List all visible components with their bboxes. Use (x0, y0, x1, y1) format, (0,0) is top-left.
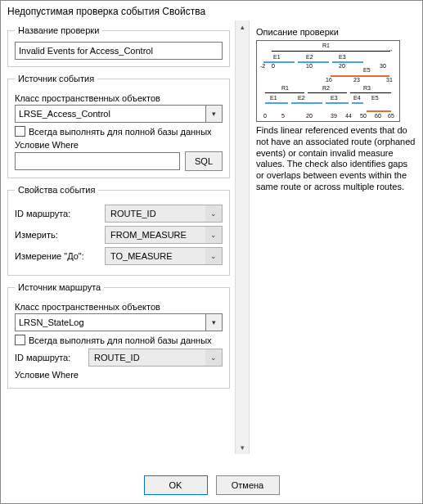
event-fc-combo[interactable]: LRSE_Access_Control ▾ (15, 105, 223, 123)
event-where-input[interactable] (15, 152, 180, 170)
routeid-label: ID маршрута: (15, 209, 105, 218)
cancel-button[interactable]: Отмена (216, 475, 280, 495)
measure-combo[interactable]: FROM_MEASURE ⌄ (105, 226, 223, 244)
measure-label: Измерить: (15, 230, 105, 240)
route-fulldb-label: Всегда выполнять для полной базы данных (29, 335, 212, 345)
tomeasure-label: Измерение "До": (15, 251, 105, 261)
event-where-label: Условие Where (15, 140, 223, 150)
left-panel-scrollbar[interactable]: ▴ ▾ (235, 20, 250, 454)
description-title: Описание проверки (256, 27, 416, 37)
check-name-input[interactable] (15, 42, 223, 60)
route-routeid-label: ID маршрута: (15, 353, 88, 362)
event-source-legend: Источник события (15, 74, 97, 83)
event-fulldb-label: Всегда выполнять для полной базы данных (29, 127, 212, 137)
description-diagram: R1 → E1 E2 E3 -2 0 10 20 30 E5 16 23 31 … (256, 40, 400, 122)
event-fc-label: Класс пространственных объектов (15, 93, 223, 103)
event-source-group: Источник события Класс пространственных … (7, 74, 230, 178)
left-panel: Название проверки Источник события Класс… (1, 20, 235, 454)
event-props-group: Свойства события ID маршрута: ROUTE_ID ⌄… (7, 185, 230, 276)
route-source-legend: Источник маршрута (15, 282, 104, 292)
event-sql-button[interactable]: SQL (185, 151, 223, 171)
route-source-group: Источник маршрута Класс пространственных… (7, 282, 230, 389)
route-routeid-value: ROUTE_ID (89, 353, 205, 362)
dialog-button-bar: OK Отмена (1, 475, 422, 495)
chevron-down-icon[interactable]: ⌄ (205, 227, 222, 243)
ok-button[interactable]: OK (144, 475, 208, 495)
event-fc-value: LRSE_Access_Control (16, 109, 205, 119)
chevron-down-icon[interactable]: ⌄ (205, 349, 222, 366)
chevron-down-icon[interactable]: ▾ (205, 314, 222, 331)
route-fc-combo[interactable]: LRSN_StateLog ▾ (15, 313, 223, 331)
chevron-down-icon[interactable]: ⌄ (205, 248, 222, 264)
chevron-down-icon[interactable]: ▾ (205, 106, 222, 122)
event-props-legend: Свойства события (15, 185, 98, 195)
route-routeid-combo[interactable]: ROUTE_ID ⌄ (88, 349, 223, 367)
chevron-down-icon[interactable]: ⌄ (205, 205, 222, 222)
description-text: Finds linear referenced events that do n… (256, 125, 416, 193)
scroll-up-icon[interactable]: ▴ (236, 20, 249, 34)
event-fulldb-checkbox[interactable] (15, 126, 25, 137)
tomeasure-combo[interactable]: TO_MEASURE ⌄ (105, 247, 223, 265)
route-fc-label: Класс пространственных объектов (15, 302, 223, 312)
route-fc-value: LRSN_StateLog (16, 317, 205, 327)
right-panel: Описание проверки R1 → E1 E2 E3 -2 0 10 … (250, 20, 422, 454)
measure-value: FROM_MEASURE (106, 230, 205, 240)
tomeasure-value: TO_MEASURE (106, 251, 205, 261)
routeid-value: ROUTE_ID (106, 209, 205, 218)
route-where-label: Условие Where (15, 370, 223, 380)
route-fulldb-checkbox[interactable] (15, 335, 25, 345)
scroll-down-icon[interactable]: ▾ (236, 441, 249, 454)
check-name-group: Название проверки (7, 25, 230, 67)
routeid-combo[interactable]: ROUTE_ID ⌄ (105, 205, 223, 223)
window-title: Недопустимая проверка события Свойства (1, 1, 422, 20)
check-name-legend: Название проверки (15, 25, 102, 35)
